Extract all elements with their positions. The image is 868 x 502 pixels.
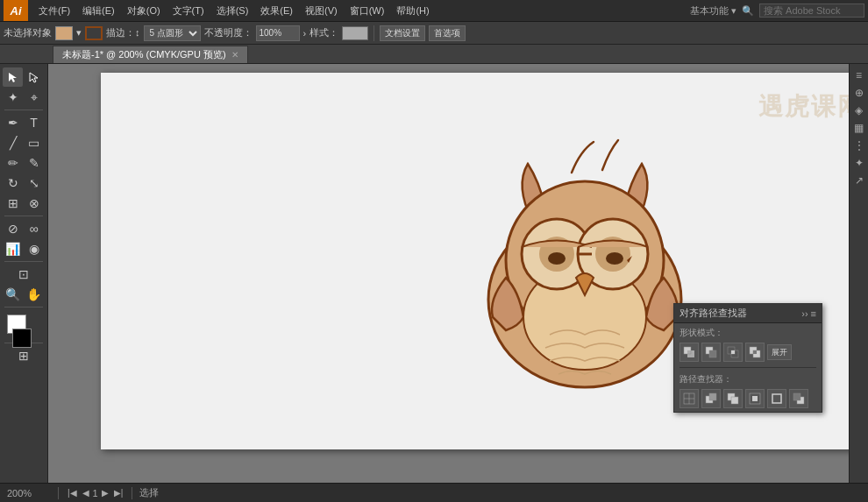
toolbar: 未选择对象 ▾ 描边：↕ 5 点圆形 不透明度： › 样式： 文档设置 首选项 — [0, 22, 868, 45]
menu-help[interactable]: 帮助(H) — [391, 3, 434, 19]
lasso-tool[interactable]: ⌖ — [24, 88, 44, 107]
svg-rect-14 — [709, 350, 716, 357]
eyedropper-tool[interactable]: ⊘ — [3, 219, 23, 238]
menu-type[interactable]: 文字(T) — [167, 3, 210, 19]
brush-select[interactable]: 5 点圆形 — [144, 25, 201, 41]
right-panel-btn4[interactable]: ▦ — [851, 120, 867, 136]
page-last-button[interactable]: ▶| — [112, 488, 125, 498]
transform-tools: ✦ ⌖ — [3, 88, 45, 107]
svg-rect-30 — [772, 394, 781, 403]
right-panel: ≡ ⊕ ◈ ▦ ⋮ ✦ ↗ — [849, 64, 868, 483]
page-prev-button[interactable]: ◀ — [81, 488, 91, 498]
svg-rect-29 — [752, 396, 758, 401]
select-tools — [3, 67, 45, 87]
opacity-label: 不透明度： — [204, 26, 253, 39]
warp-tool[interactable]: ⊗ — [24, 194, 44, 213]
right-panel-btn2[interactable]: ⊕ — [851, 85, 867, 101]
background-color-swatch[interactable] — [12, 329, 32, 348]
pathfinder-panel: 对齐 路径查找器 ›› ≡ 形状模式： — [673, 303, 822, 413]
right-panel-btn5[interactable]: ⋮ — [851, 138, 867, 153]
selection-tool[interactable] — [3, 67, 23, 87]
svg-point-7 — [548, 252, 566, 265]
hand-tool[interactable]: ✋ — [24, 285, 44, 304]
graph-tool[interactable]: 📊 — [3, 239, 23, 258]
scale-tool[interactable]: ⤡ — [24, 173, 44, 193]
magic-wand-tool[interactable]: ✦ — [3, 88, 23, 107]
menu-effect[interactable]: 效果(E) — [255, 3, 298, 19]
rotate-tool[interactable]: ↻ — [3, 173, 23, 193]
page-first-button[interactable]: |◀ — [66, 488, 79, 498]
canvas-area[interactable]: 遇虎课网 — [48, 64, 849, 483]
basic-function-label: 基本功能 ▾ — [690, 4, 736, 18]
screen-mode-button[interactable]: ⊞ — [3, 346, 45, 365]
crop-icon[interactable] — [745, 389, 765, 408]
panel-expand-icon[interactable]: ›› — [801, 308, 808, 319]
menu-edit[interactable]: 编辑(E) — [77, 3, 120, 19]
pathfinder-icons — [679, 389, 816, 408]
rect-tool[interactable]: ▭ — [24, 133, 44, 152]
minus-front-icon[interactable] — [701, 343, 721, 362]
style-label: 样式： — [309, 26, 338, 39]
menu-view[interactable]: 视图(V) — [300, 3, 343, 19]
minus-back-icon[interactable] — [789, 389, 808, 408]
no-selection-label: 未选择对象 — [4, 26, 52, 39]
direct-selection-tool[interactable] — [24, 67, 44, 87]
stroke-color-preview[interactable] — [85, 26, 103, 40]
panel-title: 路径查找器 — [699, 307, 747, 320]
trim-icon[interactable] — [701, 389, 721, 408]
document-tab[interactable]: 未标题-1* @ 200% (CMYK/GPU 预览) ✕ — [53, 46, 248, 63]
right-panel-btn1[interactable]: ≡ — [851, 67, 867, 83]
panel-menu-icon[interactable]: ≡ — [811, 308, 816, 319]
line-tool[interactable]: ╱ — [3, 133, 23, 152]
panel-align-label: 对齐 — [679, 307, 699, 320]
style-preview — [342, 26, 368, 40]
menu-right: 基本功能 ▾ 🔍 — [690, 4, 864, 18]
menu-select[interactable]: 选择(S) — [211, 3, 254, 19]
statusbar: 200% |◀ ◀ 1 ▶ ▶| 选择 — [0, 483, 868, 502]
paintbrush-tool[interactable]: ✏ — [3, 153, 23, 173]
arrow-label: › — [303, 28, 307, 39]
pathfinder-section: 路径查找器： — [674, 370, 822, 412]
pencil-tool[interactable]: ✎ — [24, 153, 44, 173]
app-logo: Ai — [4, 0, 28, 21]
menu-file[interactable]: 文件(F) — [33, 3, 75, 19]
svg-rect-20 — [753, 350, 757, 354]
intersect-icon[interactable] — [723, 343, 743, 362]
symbol-sprayer-tool[interactable]: ◉ — [24, 239, 44, 258]
blend-tool[interactable]: ∞ — [24, 219, 44, 238]
zoom-tool[interactable]: 🔍 — [3, 285, 23, 304]
tool-separator-3 — [4, 261, 43, 262]
exclude-icon[interactable] — [745, 343, 765, 362]
shape-modes-label: 形状模式： — [679, 327, 816, 339]
right-panel-btn6[interactable]: ✦ — [851, 155, 867, 171]
merge-icon[interactable] — [723, 389, 743, 408]
unite-icon[interactable] — [679, 343, 699, 362]
document-settings-button[interactable]: 文档设置 — [380, 25, 425, 41]
right-panel-btn7[interactable]: ↗ — [851, 173, 867, 188]
menu-object[interactable]: 对象(O) — [122, 3, 166, 19]
tabbar: 未标题-1* @ 200% (CMYK/GPU 预览) ✕ — [0, 45, 868, 64]
reshape-tool[interactable]: ⊞ — [3, 194, 23, 213]
divide-icon[interactable] — [679, 389, 699, 408]
statusbar-divider1 — [58, 487, 59, 499]
type-tool[interactable]: T — [24, 113, 44, 132]
preferences-button[interactable]: 首选项 — [429, 25, 466, 41]
page-next-button[interactable]: ▶ — [100, 488, 110, 498]
tab-label: 未标题-1* @ 200% (CMYK/GPU 预览) — [62, 48, 226, 61]
page-navigation: |◀ ◀ 1 ▶ ▶| — [66, 488, 125, 498]
right-panel-btn3[interactable]: ◈ — [851, 103, 867, 118]
menubar: Ai 文件(F) 编辑(E) 对象(O) 文字(T) 选择(S) 效果(E) 视… — [0, 0, 868, 22]
opacity-input[interactable] — [256, 25, 300, 41]
outline-icon[interactable] — [767, 389, 786, 408]
pen-tool[interactable]: ✒ — [3, 113, 23, 132]
fill-color-preview[interactable] — [55, 26, 73, 40]
expand-button[interactable]: 展开 — [767, 344, 792, 360]
stock-search-input[interactable] — [759, 4, 864, 18]
menu-window[interactable]: 窗口(W) — [345, 3, 390, 19]
tool-separator-2 — [4, 216, 43, 216]
tool-separator-4 — [4, 307, 43, 308]
tab-close-icon[interactable]: ✕ — [231, 50, 238, 60]
svg-rect-17 — [731, 350, 735, 354]
artboard-tool[interactable]: ⊡ — [3, 265, 45, 284]
left-toolbar: ✦ ⌖ ✒ T ╱ ▭ ✏ ✎ ↻ ⤡ ⊞ ⊗ ⊘ ∞ 📊 — [0, 64, 48, 483]
